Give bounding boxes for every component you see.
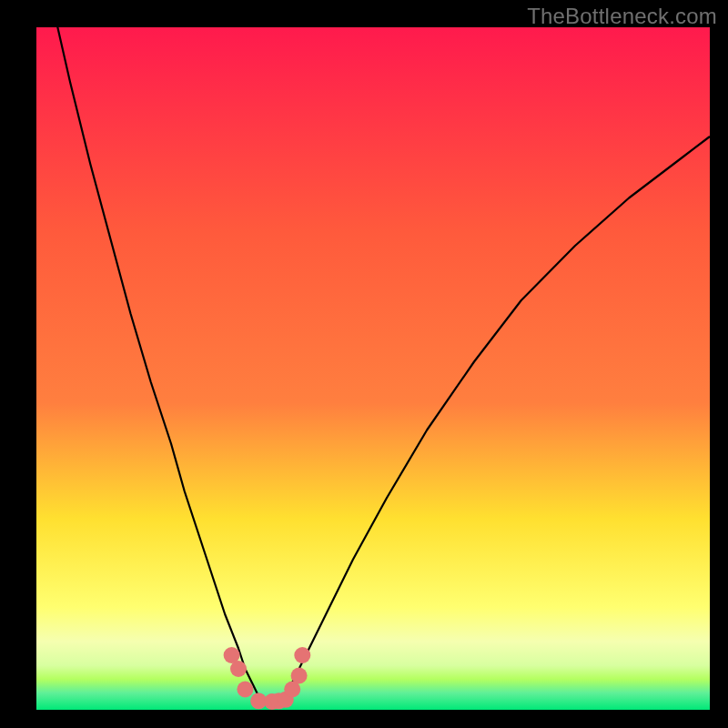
marker-dot (230, 661, 247, 677)
gradient-background (36, 27, 710, 710)
chart-frame: TheBottleneck.com (0, 0, 728, 728)
watermark-text: TheBottleneck.com (527, 4, 717, 29)
chart-plot (36, 27, 710, 710)
marker-dot (291, 668, 308, 684)
marker-dot (294, 647, 310, 663)
marker-dot (237, 682, 253, 698)
